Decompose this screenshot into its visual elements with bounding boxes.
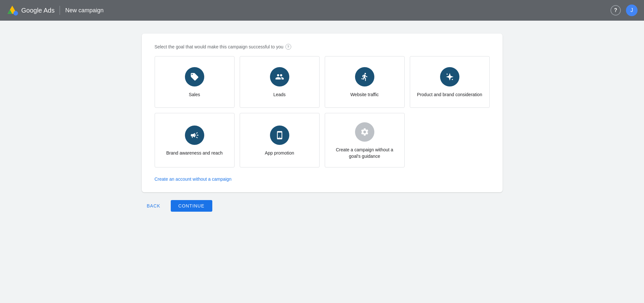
no-guidance-label: Create a campaign without a goal's guida… xyxy=(330,147,399,159)
website-traffic-icon-circle xyxy=(355,67,374,86)
sales-label: Sales xyxy=(189,92,200,98)
gear-icon xyxy=(360,127,369,136)
svg-point-3 xyxy=(447,74,448,75)
no-guidance-icon-circle xyxy=(355,122,374,142)
goal-sales[interactable]: Sales xyxy=(155,56,235,108)
goal-selector-label: Select the goal that would make this cam… xyxy=(155,44,490,50)
app-promotion-icon-circle xyxy=(270,126,289,145)
app-name: Google Ads xyxy=(21,7,54,14)
help-icon: ? xyxy=(614,7,617,13)
header-actions: ? J xyxy=(610,5,638,16)
help-button[interactable]: ? xyxy=(610,5,621,15)
avatar[interactable]: J xyxy=(626,5,638,16)
app-promotion-label: App promotion xyxy=(265,150,294,157)
sparkles-icon xyxy=(445,72,454,81)
goal-no-guidance[interactable]: Create a campaign without a goal's guida… xyxy=(325,113,405,167)
goal-website-traffic[interactable]: Website traffic xyxy=(325,56,405,108)
goal-product-brand[interactable]: Product and brand consideration xyxy=(410,56,490,108)
leads-label: Leads xyxy=(273,92,285,98)
brand-awareness-icon-circle xyxy=(185,126,204,145)
footer-buttons: BACK CONTINUE xyxy=(142,192,503,212)
campaign-goal-card: Select the goal that would make this cam… xyxy=(142,34,503,192)
google-ads-logo-icon xyxy=(6,5,18,16)
phone-icon xyxy=(275,131,284,140)
goal-brand-awareness[interactable]: Brand awareness and reach xyxy=(155,113,235,167)
website-traffic-label: Website traffic xyxy=(350,92,379,98)
header-divider xyxy=(60,6,60,15)
megaphone-icon xyxy=(190,131,199,140)
svg-point-1 xyxy=(14,11,18,15)
svg-point-4 xyxy=(452,79,453,80)
people-icon xyxy=(275,72,284,81)
leads-icon-circle xyxy=(270,67,289,86)
tag-icon xyxy=(190,72,199,81)
goal-leads[interactable]: Leads xyxy=(240,56,320,108)
goal-app-promotion[interactable]: App promotion xyxy=(240,113,320,167)
cursor-icon xyxy=(360,72,369,81)
product-brand-icon-circle xyxy=(440,67,459,86)
back-button[interactable]: BACK xyxy=(142,200,166,212)
page-title: New campaign xyxy=(65,7,103,14)
main-content: Select the goal that would make this cam… xyxy=(0,21,644,303)
goal-info-icon[interactable]: ? xyxy=(285,44,291,50)
logo-area: Google Ads xyxy=(6,5,54,16)
app-header: Google Ads New campaign ? J xyxy=(0,0,644,21)
brand-awareness-label: Brand awareness and reach xyxy=(166,150,223,157)
goals-row-2: Brand awareness and reach App promotion xyxy=(155,113,490,167)
sales-icon-circle xyxy=(185,67,204,86)
product-brand-label: Product and brand consideration xyxy=(417,92,482,98)
create-account-link[interactable]: Create an account without a campaign xyxy=(155,177,232,182)
continue-button[interactable]: CONTINUE xyxy=(171,200,212,212)
goals-row-1: Sales Leads Website traffic xyxy=(155,56,490,108)
